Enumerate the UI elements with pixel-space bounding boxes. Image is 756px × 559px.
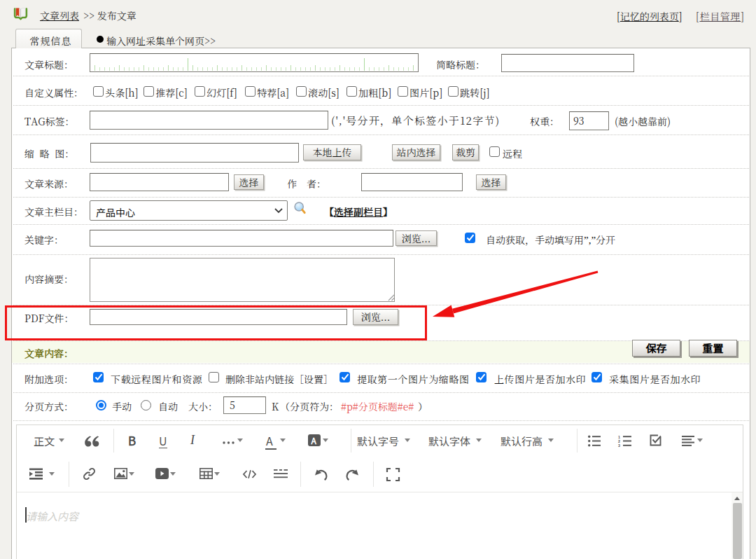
svg-text:3: 3 — [618, 443, 620, 448]
svg-text:1: 1 — [618, 435, 620, 439]
svg-text:2: 2 — [618, 439, 620, 443]
